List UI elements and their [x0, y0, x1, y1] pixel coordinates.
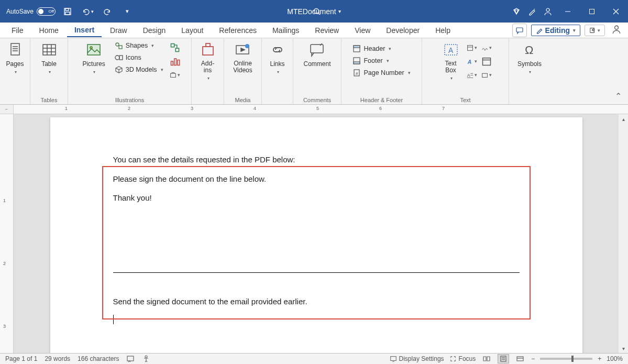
page-canvas[interactable]: You can see the details requested in the…	[14, 114, 619, 353]
share-button[interactable]: ▾	[585, 25, 605, 36]
redo-icon[interactable]	[100, 4, 115, 19]
cube-icon	[115, 65, 123, 74]
display-settings-button[interactable]: Display Settings	[390, 355, 444, 362]
header-button[interactable]: Header▾	[350, 43, 412, 54]
svg-rect-58	[501, 356, 506, 361]
collapse-ribbon-icon[interactable]: ⌃	[615, 91, 622, 101]
web-layout-icon[interactable]	[514, 354, 526, 363]
autosave-toggle[interactable]: AutoSave Off	[6, 7, 56, 16]
account-icon[interactable]	[540, 4, 556, 19]
svg-rect-30	[203, 47, 213, 55]
vertical-scrollbar[interactable]: ▴ ▾	[619, 114, 628, 353]
datetime-icon[interactable]	[481, 56, 492, 67]
picture-icon	[85, 41, 102, 58]
tab-home[interactable]: Home	[32, 24, 66, 37]
read-mode-icon[interactable]	[481, 354, 492, 363]
omega-icon: Ω	[521, 41, 538, 58]
account-small-icon[interactable]	[609, 25, 624, 36]
save-icon[interactable]	[60, 4, 75, 19]
object-icon[interactable]: ▾	[481, 70, 492, 80]
zoom-slider[interactable]	[540, 358, 592, 360]
tab-references[interactable]: References	[212, 24, 264, 37]
tab-design[interactable]: Design	[136, 24, 173, 37]
doc-line-2: Please sign the document on the line bel…	[113, 173, 520, 185]
doc-line-4: Send the signed document to the email pr…	[113, 296, 520, 308]
svg-rect-13	[43, 45, 56, 55]
svg-rect-31	[206, 43, 210, 47]
video-icon	[234, 41, 251, 58]
spellcheck-icon[interactable]	[126, 355, 135, 362]
tab-help[interactable]: Help	[428, 24, 458, 37]
accessibility-icon[interactable]	[142, 355, 150, 362]
svg-text:#: #	[356, 71, 358, 76]
signature-icon[interactable]: ▾	[481, 42, 492, 53]
tab-insert[interactable]: Insert	[67, 24, 102, 37]
zoom-in-button[interactable]: +	[598, 355, 601, 362]
editing-mode-button[interactable]: Editing ▾	[531, 25, 580, 36]
document-page[interactable]: You can see the details requested in the…	[50, 117, 582, 353]
document-area: 1 2 3 You can see the details requested …	[0, 114, 628, 353]
tab-review[interactable]: Review	[307, 24, 346, 37]
zoom-level[interactable]: 100%	[607, 355, 623, 362]
tab-developer[interactable]: Developer	[379, 24, 427, 37]
comments-pane-button[interactable]	[512, 24, 527, 37]
svg-text:A: A	[467, 72, 470, 78]
group-comments: Comments	[303, 96, 331, 103]
addins-button[interactable]: Add- ins▾	[196, 40, 219, 82]
quickparts-icon[interactable]: ▾	[467, 42, 477, 53]
svg-point-4	[546, 8, 549, 12]
chart-icon[interactable]	[170, 56, 180, 67]
pages-button[interactable]: Pages▾	[3, 40, 27, 75]
status-words[interactable]: 29 words	[45, 355, 70, 362]
symbols-button[interactable]: Ω Symbols▾	[514, 40, 545, 75]
close-button[interactable]	[604, 0, 628, 23]
undo-icon[interactable]: ▾	[80, 4, 95, 19]
ruler-area: ⌐ 1 2 3 4 5 6 7	[0, 105, 628, 114]
links-button[interactable]: Links▾	[266, 40, 289, 75]
status-chars[interactable]: 166 characters	[78, 355, 119, 362]
textbox-icon: A	[443, 41, 459, 58]
diamond-icon[interactable]	[509, 4, 524, 19]
svg-rect-6	[590, 9, 594, 14]
smartart-icon[interactable]	[170, 42, 180, 53]
comment-button[interactable]: Comment	[300, 40, 334, 69]
footer-button[interactable]: Footer▾	[350, 56, 412, 66]
status-bar: Page 1 of 1 29 words 166 characters Disp…	[0, 353, 628, 364]
page-number-button[interactable]: #Page Number▾	[350, 68, 412, 78]
pen-icon[interactable]	[524, 4, 540, 19]
tab-view[interactable]: View	[347, 24, 378, 37]
tab-draw[interactable]: Draw	[103, 24, 135, 37]
dropcap-icon[interactable]: A▾	[467, 70, 477, 80]
scroll-up-icon[interactable]: ▴	[620, 115, 627, 123]
search-icon[interactable]	[309, 4, 325, 19]
text-box-button[interactable]: A Text Box▾	[439, 40, 462, 82]
svg-point-3	[314, 8, 319, 13]
qat-customize-icon[interactable]: ▾	[119, 4, 135, 19]
svg-rect-21	[119, 46, 122, 49]
vertical-ruler[interactable]: 1 2 3	[0, 114, 14, 353]
icons-button[interactable]: Icons	[113, 52, 166, 63]
shapes-button[interactable]: Shapes▾	[113, 40, 166, 51]
autosave-label: AutoSave	[6, 8, 34, 15]
horizontal-ruler[interactable]: 1 2 3 4 5 6 7	[14, 105, 628, 114]
online-videos-button[interactable]: Online Videos	[230, 40, 255, 75]
pictures-button[interactable]: Pictures▾	[79, 40, 108, 75]
screenshot-icon[interactable]: ▾	[170, 70, 180, 80]
link-icon	[269, 41, 286, 58]
minimize-button[interactable]	[556, 0, 580, 23]
focus-button[interactable]: Focus	[449, 355, 476, 362]
svg-point-22	[115, 56, 119, 60]
print-layout-icon[interactable]	[498, 354, 509, 363]
status-page[interactable]: Page 1 of 1	[5, 355, 37, 362]
tab-file[interactable]: File	[4, 24, 31, 37]
maximize-button[interactable]	[580, 0, 604, 23]
svg-point-20	[116, 43, 119, 46]
table-button[interactable]: Table▾	[38, 40, 61, 75]
tab-mailings[interactable]: Mailings	[265, 24, 306, 37]
svg-rect-28	[178, 60, 180, 65]
zoom-out-button[interactable]: −	[531, 355, 535, 362]
3d-models-button[interactable]: 3D Models▾	[113, 64, 166, 75]
wordart-icon[interactable]: A▾	[467, 56, 477, 67]
scroll-down-icon[interactable]: ▾	[620, 345, 627, 352]
tab-layout[interactable]: Layout	[174, 24, 211, 37]
